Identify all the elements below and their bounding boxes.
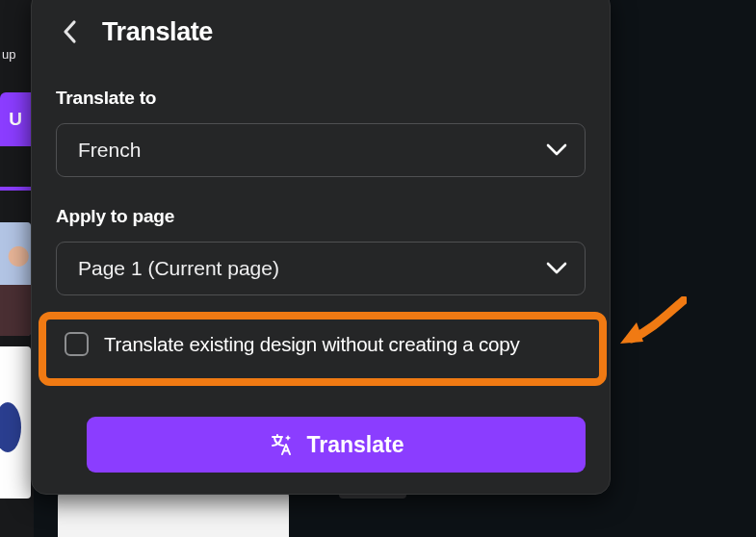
- apply-to-label: Apply to page: [56, 206, 586, 227]
- chevron-left-icon: [63, 19, 78, 44]
- media-thumbnail-2[interactable]: [0, 346, 31, 499]
- panel-title: Translate: [102, 17, 213, 47]
- active-tab-indicator: [0, 187, 31, 191]
- apply-to-section: Apply to page Page 1 (Current page): [56, 206, 586, 295]
- annotation-arrow-icon: [614, 296, 687, 354]
- back-button[interactable]: [56, 17, 85, 46]
- page-select-value: Page 1 (Current page): [78, 257, 279, 280]
- chevron-down-icon: [546, 143, 567, 157]
- overwrite-checkbox[interactable]: [65, 332, 89, 356]
- translate-panel: Translate Translate to French Apply to p…: [31, 0, 611, 495]
- translate-button-label: Translate: [307, 432, 404, 458]
- page-select[interactable]: Page 1 (Current page): [56, 242, 586, 295]
- upload-button-fragment[interactable]: U: [0, 92, 31, 146]
- page-preview-strip: [58, 491, 756, 537]
- chevron-down-icon: [546, 262, 567, 275]
- translate-to-section: Translate to French: [56, 88, 586, 177]
- toolbar-text-fragment: up: [0, 37, 31, 71]
- translate-button[interactable]: Translate: [87, 417, 586, 473]
- translate-to-label: Translate to: [56, 88, 586, 109]
- language-select[interactable]: French: [56, 123, 586, 177]
- translate-icon: [269, 432, 294, 457]
- overwrite-checkbox-row[interactable]: Translate existing design without creati…: [56, 329, 586, 359]
- overwrite-checkbox-label: Translate existing design without creati…: [104, 333, 520, 356]
- language-select-value: French: [78, 139, 141, 162]
- page-preview-card[interactable]: [58, 491, 289, 537]
- media-thumbnail-1[interactable]: [0, 222, 31, 336]
- left-sidebar-stub: up U: [0, 0, 34, 537]
- panel-header: Translate: [56, 0, 586, 59]
